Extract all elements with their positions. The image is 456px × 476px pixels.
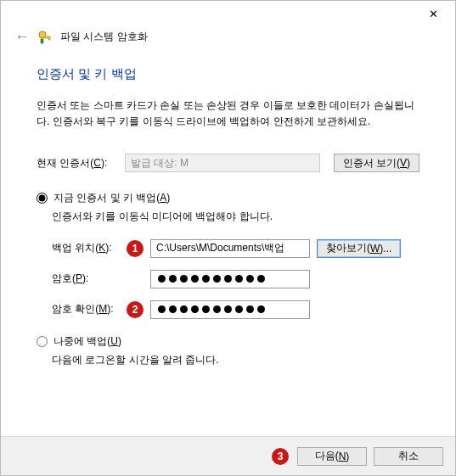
- backup-location-input[interactable]: [150, 239, 310, 258]
- password-dot: [235, 305, 243, 313]
- wizard-header: ← 파일 시스템 암호화: [1, 26, 455, 51]
- password-dot: [169, 275, 177, 283]
- callout-marker-1: 1: [127, 240, 144, 257]
- backup-now-radio-label: 지금 인증서 및 키 백업(A): [53, 191, 170, 205]
- title-bar: ✕: [1, 1, 455, 26]
- backup-later-radio-label: 나중에 백업(U): [53, 334, 121, 349]
- svg-rect-3: [41, 39, 43, 43]
- password-dot: [235, 275, 243, 283]
- browse-button[interactable]: 찾아보기(W)...: [317, 239, 401, 258]
- password-dot: [202, 305, 210, 313]
- svg-rect-2: [48, 37, 50, 40]
- password-dot: [191, 305, 199, 313]
- password-dot: [180, 305, 188, 313]
- backup-later-radio[interactable]: [37, 336, 48, 347]
- password-dot: [224, 305, 232, 313]
- backup-location-row: 백업 위치(K): 1 찾아보기(W)...: [52, 239, 419, 258]
- cancel-button[interactable]: 취소: [374, 447, 443, 466]
- password-confirm-input[interactable]: [150, 300, 310, 319]
- efs-key-icon: [38, 31, 52, 44]
- page-title: 인증서 및 키 백업: [37, 66, 419, 82]
- wizard-title: 파일 시스템 암호화: [60, 30, 148, 44]
- backup-later-block: 나중에 백업(U) 다음에 로그온할 시간을 알려 줍니다.: [37, 334, 419, 368]
- close-button[interactable]: ✕: [416, 2, 450, 25]
- current-cert-field: 발급 대상: M: [125, 154, 320, 172]
- backup-now-radio[interactable]: [37, 193, 48, 204]
- password-dot: [257, 275, 265, 283]
- password-dot: [191, 275, 199, 283]
- password-label: 암호(P):: [52, 272, 120, 286]
- password-dot: [246, 305, 254, 313]
- backup-later-radio-row[interactable]: 나중에 백업(U): [37, 334, 419, 349]
- current-cert-value: 발급 대상: M: [131, 156, 189, 171]
- backup-later-subtext: 다음에 로그온할 시간을 알려 줍니다.: [52, 352, 419, 368]
- password-confirm-label: 암호 확인(M):: [52, 302, 120, 316]
- view-cert-button[interactable]: 인증서 보기(V): [334, 154, 419, 172]
- backup-now-radio-row[interactable]: 지금 인증서 및 키 백업(A): [37, 191, 419, 205]
- backup-location-label: 백업 위치(K):: [52, 241, 120, 255]
- password-input[interactable]: [150, 270, 310, 288]
- password-row: 암호(P):: [52, 270, 419, 288]
- password-dot: [257, 305, 265, 313]
- password-dot: [158, 275, 166, 283]
- password-dot: [158, 305, 166, 313]
- footer-bar: 3 다음(N) 취소: [1, 436, 455, 475]
- password-dot: [246, 275, 254, 283]
- password-dot: [202, 275, 210, 283]
- callout-marker-2: 2: [127, 301, 144, 318]
- current-cert-label: 현재 인증서(C):: [37, 156, 111, 171]
- page-description: 인증서 또는 스마트 카드가 손실 또는 손상된 경우 이들로 보호한 데이터가…: [37, 98, 419, 130]
- callout-marker-3: 3: [272, 448, 289, 465]
- password-dot: [213, 275, 221, 283]
- back-arrow-icon: ←: [14, 28, 30, 46]
- close-icon: ✕: [429, 8, 438, 20]
- password-dot: [180, 275, 188, 283]
- password-dot: [213, 305, 221, 313]
- backup-now-subtext: 인증서와 키를 이동식 미디어에 백업해야 합니다.: [52, 209, 419, 225]
- next-button[interactable]: 다음(N): [297, 447, 367, 466]
- password-dot: [224, 275, 232, 283]
- password-confirm-row: 암호 확인(M): 2: [52, 300, 419, 319]
- password-dot: [169, 305, 177, 313]
- content-area: 인증서 및 키 백업 인증서 또는 스마트 카드가 손실 또는 손상된 경우 이…: [1, 51, 455, 368]
- current-cert-row: 현재 인증서(C): 발급 대상: M 인증서 보기(V): [37, 154, 419, 172]
